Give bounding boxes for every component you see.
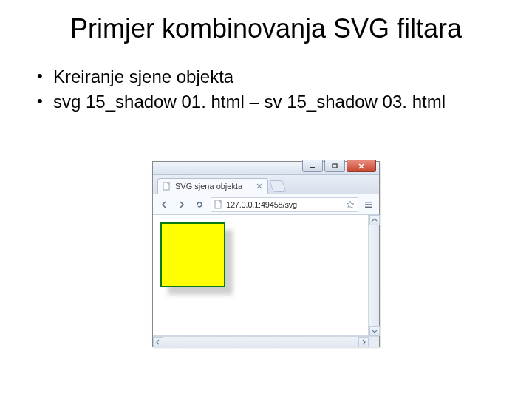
back-button[interactable] — [157, 198, 171, 211]
forward-button[interactable] — [175, 198, 188, 211]
svg-rect-1 — [332, 164, 337, 168]
svg-rect-6 — [365, 206, 372, 207]
tab-strip: SVG sjena objekta — [153, 175, 379, 194]
tab-title: SVG sjena objekta — [175, 182, 256, 191]
bullet-item: svg 15_shadow 01. html – sv 15_shadow 03… — [37, 90, 502, 114]
slide-title: Primjer kombinovanja SVG filtara — [30, 13, 502, 44]
arrow-right-icon — [177, 200, 186, 209]
menu-icon — [364, 200, 373, 209]
bullet-list: Kreiranje sjene objekta svg 15_shadow 01… — [37, 65, 502, 115]
bullet-item: Kreiranje sjene objekta — [37, 65, 502, 89]
scroll-down-button[interactable] — [369, 326, 380, 336]
page-icon — [163, 182, 171, 191]
page-icon — [214, 200, 223, 209]
minimize-icon — [310, 163, 316, 169]
scroll-right-button[interactable] — [358, 337, 369, 347]
browser-tab[interactable]: SVG sjena objekta — [157, 178, 268, 194]
vertical-scrollbar[interactable] — [369, 215, 379, 336]
close-icon — [358, 163, 365, 169]
new-tab-button[interactable] — [269, 180, 286, 192]
horizontal-scrollbar[interactable] — [153, 336, 369, 347]
chevron-up-icon — [372, 217, 378, 223]
svg-rect-4 — [365, 202, 372, 202]
scrollbar-corner — [369, 336, 379, 347]
reload-button[interactable] — [193, 198, 206, 211]
svg-rect-5 — [365, 204, 372, 205]
slide: Primjer kombinovanja SVG filtara Kreiran… — [0, 0, 532, 399]
svg-rect-0 — [310, 167, 315, 168]
chevron-left-icon — [155, 339, 161, 345]
maximize-button[interactable] — [324, 160, 345, 172]
address-bar[interactable]: 127.0.0.1:49458/svg — [211, 197, 358, 212]
page-content — [153, 215, 369, 336]
url-text: 127.0.0.1:49458/svg — [226, 200, 346, 209]
toolbar: 127.0.0.1:49458/svg — [153, 194, 379, 215]
chevron-down-icon — [372, 328, 378, 334]
tab-close-button[interactable] — [256, 183, 263, 190]
bookmark-star-icon[interactable] — [346, 200, 355, 209]
svg-rendered-shape — [160, 222, 225, 287]
reload-icon — [195, 200, 204, 209]
scroll-up-button[interactable] — [369, 215, 380, 225]
chevron-right-icon — [361, 339, 366, 345]
scroll-left-button[interactable] — [153, 337, 163, 347]
window-buttons — [301, 160, 376, 174]
menu-button[interactable] — [363, 199, 375, 211]
close-icon — [256, 183, 262, 189]
close-button[interactable] — [347, 160, 376, 172]
arrow-left-icon — [160, 200, 168, 209]
minimize-button[interactable] — [302, 160, 323, 172]
window-titlebar[interactable] — [153, 162, 379, 175]
maximize-icon — [332, 163, 338, 169]
browser-window: SVG sjena objekta 127.0.0.1:49458/svg — [152, 161, 380, 347]
svg-yellow-square — [160, 222, 225, 287]
